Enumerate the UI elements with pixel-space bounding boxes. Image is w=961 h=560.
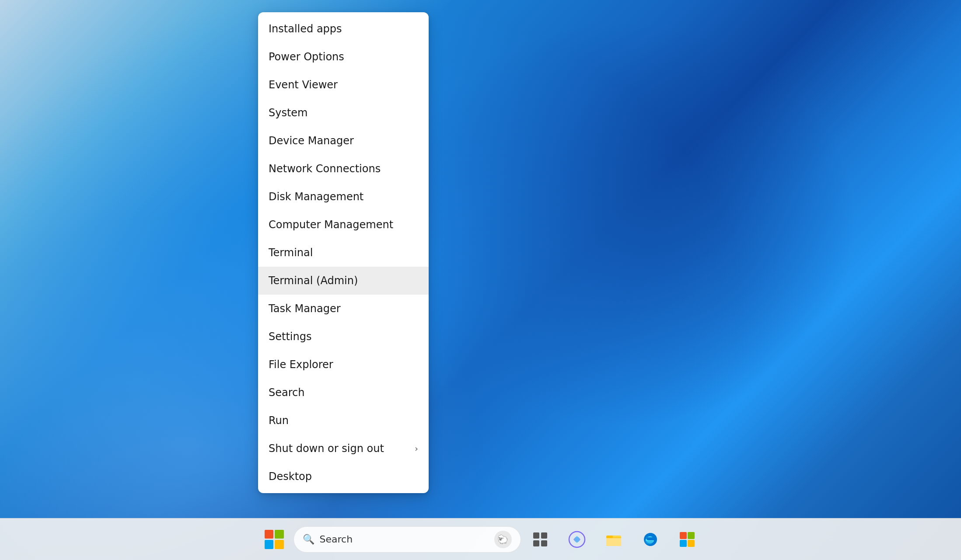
menu-item-system[interactable]: System bbox=[258, 99, 429, 127]
taskbar-search[interactable]: 🔍 Search 🐑 bbox=[294, 526, 521, 553]
start-button[interactable] bbox=[257, 524, 292, 555]
edge-button[interactable] bbox=[633, 524, 668, 555]
file-explorer-button[interactable] bbox=[596, 524, 631, 555]
menu-item-desktop[interactable]: Desktop bbox=[258, 463, 429, 490]
menu-item-installed-apps[interactable]: Installed apps bbox=[258, 15, 429, 43]
menu-item-label-system: System bbox=[269, 107, 308, 119]
menu-item-file-explorer[interactable]: File Explorer bbox=[258, 351, 429, 379]
copilot-icon bbox=[568, 531, 586, 548]
ms-store-icon bbox=[679, 531, 695, 548]
file-explorer-icon bbox=[605, 531, 622, 548]
svg-rect-11 bbox=[688, 540, 695, 547]
menu-item-terminal-admin[interactable]: Terminal (Admin) bbox=[258, 267, 429, 295]
menu-item-shut-down-sign-out[interactable]: Shut down or sign out› bbox=[258, 435, 429, 463]
search-icon: 🔍 bbox=[303, 534, 315, 545]
menu-item-label-desktop: Desktop bbox=[269, 470, 312, 483]
menu-item-run[interactable]: Run bbox=[258, 407, 429, 435]
svg-rect-1 bbox=[541, 532, 547, 539]
task-view-button[interactable] bbox=[523, 524, 558, 555]
menu-item-label-computer-management: Computer Management bbox=[269, 219, 393, 231]
menu-item-label-file-explorer: File Explorer bbox=[269, 358, 333, 371]
menu-item-label-task-manager: Task Manager bbox=[269, 303, 341, 315]
ms-store-button[interactable] bbox=[670, 524, 705, 555]
svg-rect-10 bbox=[680, 540, 687, 547]
menu-item-device-manager[interactable]: Device Manager bbox=[258, 127, 429, 155]
svg-rect-3 bbox=[541, 540, 547, 546]
menu-item-network-connections[interactable]: Network Connections bbox=[258, 155, 429, 183]
menu-item-disk-management[interactable]: Disk Management bbox=[258, 183, 429, 211]
search-avatar-icon: 🐑 bbox=[494, 531, 512, 548]
menu-item-label-shut-down-sign-out: Shut down or sign out bbox=[269, 442, 384, 455]
menu-item-label-network-connections: Network Connections bbox=[269, 163, 381, 175]
svg-rect-2 bbox=[533, 540, 539, 546]
desktop: Installed appsPower OptionsEvent ViewerS… bbox=[0, 0, 961, 560]
menu-item-label-disk-management: Disk Management bbox=[269, 191, 363, 203]
menu-item-event-viewer[interactable]: Event Viewer bbox=[258, 71, 429, 99]
copilot-button[interactable] bbox=[559, 524, 594, 555]
menu-item-label-event-viewer: Event Viewer bbox=[269, 79, 338, 91]
menu-item-terminal[interactable]: Terminal bbox=[258, 239, 429, 267]
menu-item-power-options[interactable]: Power Options bbox=[258, 43, 429, 71]
menu-item-task-manager[interactable]: Task Manager bbox=[258, 295, 429, 323]
menu-item-label-terminal-admin: Terminal (Admin) bbox=[269, 275, 358, 287]
menu-item-label-run: Run bbox=[269, 414, 289, 427]
edge-icon bbox=[642, 531, 659, 548]
menu-item-label-search: Search bbox=[269, 386, 304, 399]
menu-item-label-installed-apps: Installed apps bbox=[269, 23, 342, 35]
windows-logo bbox=[265, 530, 284, 549]
context-menu: Installed appsPower OptionsEvent ViewerS… bbox=[258, 12, 429, 493]
menu-item-label-terminal: Terminal bbox=[269, 247, 313, 259]
menu-item-label-settings: Settings bbox=[269, 330, 311, 343]
svg-rect-8 bbox=[680, 532, 687, 539]
menu-item-label-device-manager: Device Manager bbox=[269, 135, 354, 147]
task-view-icon bbox=[532, 532, 548, 547]
menu-item-label-power-options: Power Options bbox=[269, 51, 344, 63]
svg-rect-7 bbox=[606, 536, 613, 538]
taskbar: 🔍 Search 🐑 bbox=[0, 518, 961, 560]
svg-rect-9 bbox=[688, 532, 695, 539]
menu-item-computer-management[interactable]: Computer Management bbox=[258, 211, 429, 239]
search-label: Search bbox=[320, 534, 489, 545]
menu-item-settings[interactable]: Settings bbox=[258, 323, 429, 351]
menu-item-search[interactable]: Search bbox=[258, 379, 429, 407]
submenu-arrow-icon: › bbox=[415, 443, 418, 454]
svg-rect-0 bbox=[533, 532, 539, 539]
